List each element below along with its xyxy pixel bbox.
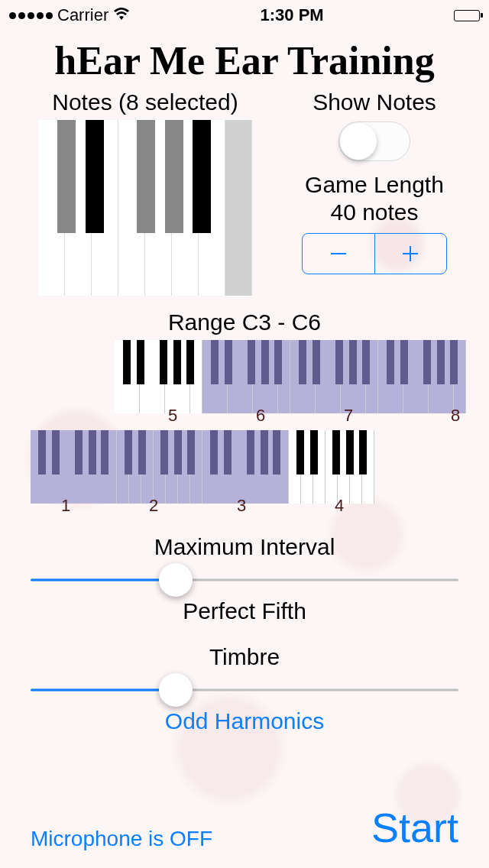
black-key[interactable] xyxy=(387,340,394,384)
stepper-plus-button[interactable] xyxy=(375,234,447,274)
slider-thumb[interactable] xyxy=(159,673,193,707)
notes-label: Notes (8 selected) xyxy=(31,89,260,115)
app-title: hEar Me Ear Training xyxy=(0,31,489,83)
black-key[interactable] xyxy=(89,430,96,474)
black-key[interactable] xyxy=(160,340,167,384)
black-key[interactable] xyxy=(86,120,104,233)
black-key[interactable] xyxy=(261,340,269,384)
black-key[interactable] xyxy=(101,430,108,474)
black-key[interactable] xyxy=(57,120,76,233)
octave-label: 5 xyxy=(168,406,177,426)
black-key[interactable] xyxy=(193,120,211,233)
octave-label: 1 xyxy=(61,496,70,516)
game-length-value: 40 notes xyxy=(283,199,466,225)
octave-label: 3 xyxy=(237,496,246,516)
black-key[interactable] xyxy=(450,340,458,384)
toggle-knob xyxy=(340,123,377,160)
octave-label: 4 xyxy=(335,496,344,516)
black-key[interactable] xyxy=(123,340,131,384)
black-key[interactable] xyxy=(299,340,306,384)
wifi-icon xyxy=(113,5,130,25)
black-key[interactable] xyxy=(359,430,367,474)
slider-fill xyxy=(31,579,176,581)
status-bar: Carrier 1:30 PM xyxy=(0,0,489,31)
black-key[interactable] xyxy=(187,430,195,474)
max-interval-label: Maximum Interval xyxy=(31,534,458,560)
black-key[interactable] xyxy=(210,430,218,474)
white-key[interactable] xyxy=(225,120,252,296)
black-key[interactable] xyxy=(296,430,304,474)
black-key[interactable] xyxy=(261,430,268,474)
max-interval-slider[interactable] xyxy=(31,566,458,594)
game-length-stepper xyxy=(302,233,447,274)
black-key[interactable] xyxy=(248,340,255,384)
black-key[interactable] xyxy=(137,340,144,384)
black-key[interactable] xyxy=(346,430,354,474)
microphone-button[interactable]: Microphone is OFF xyxy=(31,827,212,851)
black-key[interactable] xyxy=(224,430,232,474)
black-key[interactable] xyxy=(137,120,155,233)
show-notes-label: Show Notes xyxy=(283,89,466,115)
range-keyboard-top[interactable]: 5678 xyxy=(115,340,466,424)
black-key[interactable] xyxy=(332,430,340,474)
black-key[interactable] xyxy=(274,340,282,384)
range-keyboard-bottom[interactable]: 1234 xyxy=(31,430,374,514)
range-label: Range C3 - C6 xyxy=(0,309,489,335)
octave-label: 6 xyxy=(256,406,265,426)
octave-label: 8 xyxy=(451,406,460,426)
max-interval-value: Perfect Fifth xyxy=(31,598,458,624)
black-key[interactable] xyxy=(52,430,60,474)
black-key[interactable] xyxy=(437,340,445,384)
slider-thumb[interactable] xyxy=(159,563,193,597)
start-button[interactable]: Start xyxy=(371,804,458,851)
black-key[interactable] xyxy=(335,340,343,384)
black-key[interactable] xyxy=(273,430,280,474)
black-key[interactable] xyxy=(211,340,219,384)
timbre-label: Timbre xyxy=(31,644,458,670)
notes-keyboard[interactable] xyxy=(38,120,252,296)
black-key[interactable] xyxy=(75,430,83,474)
black-key[interactable] xyxy=(165,120,183,233)
black-key[interactable] xyxy=(160,430,168,474)
game-length-label: Game Length xyxy=(283,172,466,198)
timbre-value: Odd Harmonics xyxy=(31,708,458,734)
octave-label: 7 xyxy=(344,406,353,426)
black-key[interactable] xyxy=(173,340,181,384)
black-key[interactable] xyxy=(125,430,132,474)
black-key[interactable] xyxy=(310,430,318,474)
black-key[interactable] xyxy=(174,430,182,474)
battery-icon xyxy=(454,10,480,21)
carrier-label: Carrier xyxy=(57,5,108,25)
stepper-minus-button[interactable] xyxy=(303,234,375,274)
black-key[interactable] xyxy=(313,340,320,384)
black-key[interactable] xyxy=(225,340,232,384)
timbre-slider[interactable] xyxy=(31,676,458,704)
black-key[interactable] xyxy=(362,340,370,384)
black-key[interactable] xyxy=(400,340,408,384)
black-key[interactable] xyxy=(138,430,146,474)
clock: 1:30 PM xyxy=(261,5,324,25)
octave-label: 2 xyxy=(149,496,158,516)
black-key[interactable] xyxy=(247,430,254,474)
black-key[interactable] xyxy=(38,430,46,474)
slider-fill xyxy=(31,689,176,691)
black-key[interactable] xyxy=(349,340,357,384)
show-notes-toggle[interactable] xyxy=(338,121,410,161)
signal-icon xyxy=(9,12,53,19)
black-key[interactable] xyxy=(423,340,431,384)
black-key[interactable] xyxy=(186,340,194,384)
